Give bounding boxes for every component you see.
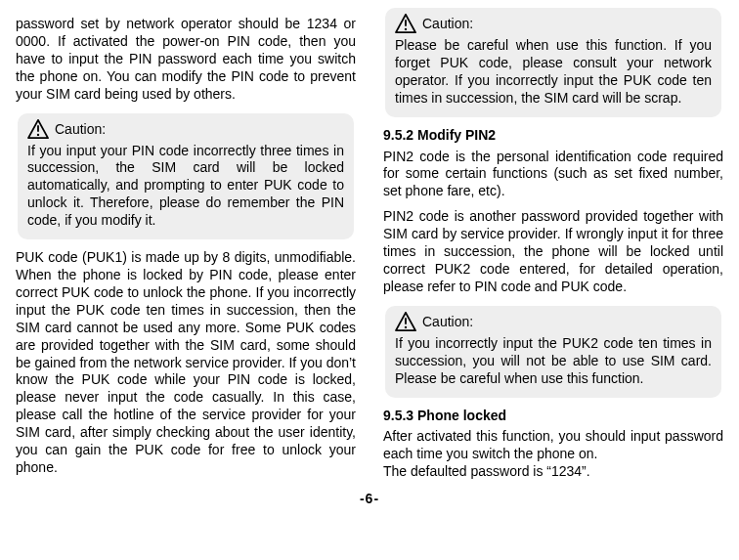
caution-label-2: Caution: [422,16,473,33]
caution-head-1: Caution: [27,119,344,139]
pin2-para-1: PIN2 code is the personal identification… [383,149,723,201]
svg-point-5 [405,28,407,30]
caution-head-2: Caution: [395,14,712,33]
warning-icon [395,14,416,33]
left-column: password set by network operator should … [16,8,356,485]
warning-icon [27,119,49,139]
page-number: -6- [360,491,379,506]
pin2-para-2: PIN2 code is another password provided t… [383,208,723,296]
caution-body-2: Please be careful when use this function… [395,37,712,108]
svg-point-2 [37,133,39,135]
phone-para-1: After activated this function, you shoul… [383,428,723,463]
caution-body-1: If you input your PIN code incorrectly t… [27,143,344,231]
caution-label-3: Caution: [422,314,473,331]
intro-para: password set by network operator should … [16,16,356,104]
puk-para: PUK code (PUK1) is made up by 8 digits, … [16,249,356,477]
caution-box-2: Caution: Please be careful when use this… [385,8,721,117]
caution-box-3: Caution: If you incorrectly input the PU… [385,306,721,398]
phone-para-2: The defaulted password is “1234”. [383,463,723,481]
caution-head-3: Caution: [395,312,712,331]
svg-point-8 [405,326,407,328]
page: password set by network operator should … [0,0,739,485]
warning-icon [395,312,416,331]
heading-pin2: 9.5.2 Modify PIN2 [383,127,723,145]
caution-label-1: Caution: [55,121,106,139]
heading-phone-locked: 9.5.3 Phone locked [383,408,723,425]
page-footer: -6- [0,485,739,506]
caution-box-1: Caution: If you input your PIN code inco… [18,113,354,240]
caution-body-3: If you incorrectly input the PUK2 code t… [395,335,712,388]
right-column: Caution: Please be careful when use this… [383,8,723,485]
